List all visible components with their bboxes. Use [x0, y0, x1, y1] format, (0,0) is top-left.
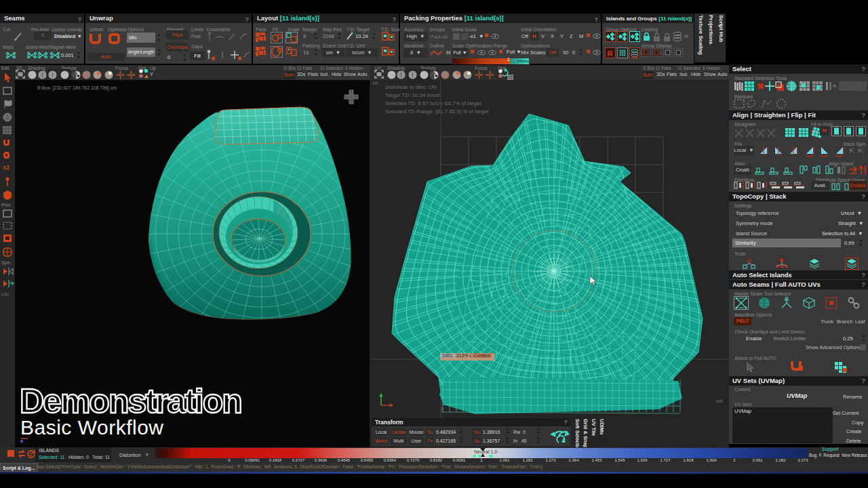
svg-text:+: +	[854, 130, 855, 135]
svg-text:↔: ↔	[832, 180, 836, 184]
svg-text:✖: ✖	[237, 56, 242, 61]
svg-text:+: +	[866, 130, 867, 135]
svg-text:2: 2	[29, 452, 32, 457]
svg-text:✖: ✖	[211, 56, 216, 61]
svg-text:+: +	[842, 130, 843, 135]
svg-text:R: R	[608, 49, 613, 58]
svg-text:✖: ✖	[757, 81, 764, 92]
